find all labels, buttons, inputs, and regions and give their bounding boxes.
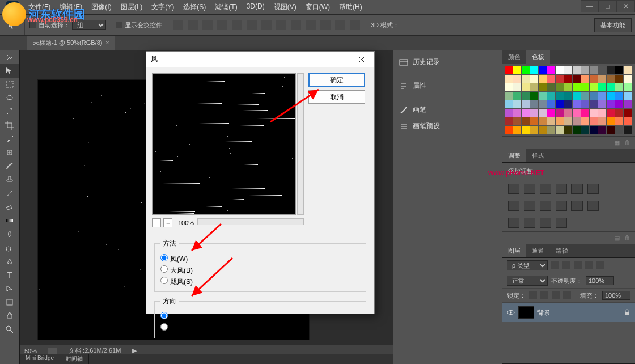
direction-left-radio[interactable]: 从左(L) <box>160 323 360 333</box>
align-icon[interactable] <box>261 20 272 30</box>
pen-tool[interactable] <box>0 255 19 268</box>
swatch[interactable] <box>624 75 632 83</box>
swatch[interactable] <box>556 117 564 125</box>
swatch[interactable] <box>513 66 521 74</box>
swatch[interactable] <box>556 126 564 134</box>
swatch[interactable] <box>607 83 615 91</box>
swatch[interactable] <box>505 75 513 83</box>
layer-row[interactable]: 背景 <box>502 303 635 322</box>
new-swatch-icon[interactable]: ▦ <box>614 139 620 146</box>
swatch[interactable] <box>615 92 623 100</box>
brush-preset-panel-button[interactable]: 画笔预设 <box>397 118 502 134</box>
healing-tool[interactable] <box>0 146 19 159</box>
swatch[interactable] <box>590 75 598 83</box>
swatch[interactable] <box>598 126 606 134</box>
menu-item[interactable]: 3D(D) <box>247 2 265 12</box>
swatch[interactable] <box>615 83 623 91</box>
maximize-button[interactable]: □ <box>599 0 617 12</box>
stamp-tool[interactable] <box>0 173 19 187</box>
swatch[interactable] <box>505 83 513 91</box>
menu-item[interactable]: 帮助(H) <box>339 2 362 12</box>
method-wind-radio[interactable]: 风(W) <box>160 254 360 264</box>
align-icon[interactable] <box>232 20 242 30</box>
minimize-button[interactable]: — <box>581 0 599 12</box>
swatch[interactable] <box>505 109 513 117</box>
swatch[interactable] <box>607 117 615 125</box>
swatch[interactable] <box>513 83 521 91</box>
method-gale-radio[interactable]: 大风(B) <box>160 265 360 276</box>
adj-icon[interactable] <box>572 201 583 211</box>
swatch[interactable] <box>513 117 521 125</box>
adj-icon[interactable] <box>508 184 519 194</box>
color-tab[interactable]: 颜色 <box>502 50 526 64</box>
align-icon[interactable] <box>173 20 183 30</box>
swatch[interactable] <box>547 117 555 125</box>
swatch[interactable] <box>573 66 581 74</box>
shape-tool[interactable] <box>0 295 19 309</box>
swatch[interactable] <box>624 126 632 134</box>
lock-icon[interactable] <box>563 291 571 299</box>
swatch[interactable] <box>590 100 598 108</box>
swatch[interactable] <box>530 117 538 125</box>
swatch[interactable] <box>590 92 598 100</box>
swatch[interactable] <box>539 109 547 117</box>
filter-icon[interactable] <box>585 261 593 269</box>
swatch[interactable] <box>513 75 521 83</box>
swatch[interactable] <box>615 66 623 74</box>
swatch[interactable] <box>590 126 598 134</box>
adj-icon[interactable] <box>540 184 551 194</box>
align-icon[interactable] <box>320 20 331 30</box>
swatch[interactable] <box>547 66 555 74</box>
swatch[interactable] <box>581 83 589 91</box>
toolbox-expand-icon[interactable] <box>0 50 19 64</box>
swatch[interactable] <box>539 126 547 134</box>
align-icon[interactable] <box>291 20 301 30</box>
swatch[interactable] <box>624 100 632 108</box>
swatch[interactable] <box>564 83 572 91</box>
adj-icon[interactable] <box>508 218 519 228</box>
swatch[interactable] <box>530 100 538 108</box>
adj-icon[interactable] <box>572 184 583 194</box>
adj-icon[interactable] <box>524 218 535 228</box>
swatch[interactable] <box>615 117 623 125</box>
zoom-value[interactable]: 50% <box>24 348 37 354</box>
swatch[interactable] <box>590 83 598 91</box>
hand-tool[interactable] <box>0 309 19 323</box>
paths-tab[interactable]: 路径 <box>550 244 574 257</box>
type-tool[interactable]: T <box>0 268 19 282</box>
menu-item[interactable]: 图层(L) <box>121 2 143 12</box>
swatch[interactable] <box>530 75 538 83</box>
filter-icon[interactable] <box>562 261 570 269</box>
swatch[interactable] <box>505 92 513 100</box>
align-icon[interactable] <box>306 20 316 30</box>
swatch[interactable] <box>607 92 615 100</box>
swatch[interactable] <box>598 83 606 91</box>
zoom-out-button[interactable]: − <box>152 218 161 227</box>
swatch[interactable] <box>539 92 547 100</box>
channels-tab[interactable]: 通道 <box>526 244 550 257</box>
swatch[interactable] <box>573 75 581 83</box>
adj-icon[interactable] <box>556 201 567 211</box>
swatch[interactable] <box>522 100 530 108</box>
swatch[interactable] <box>530 66 538 74</box>
preview-hscroll[interactable] <box>197 218 304 225</box>
method-hurricane-radio[interactable]: 飓风(S) <box>160 277 360 287</box>
delete-icon[interactable]: 🗑 <box>624 234 630 242</box>
adj-icon[interactable] <box>587 201 599 211</box>
swatch[interactable] <box>547 92 555 100</box>
swatch[interactable] <box>564 100 572 108</box>
align-icon[interactable] <box>202 20 213 30</box>
brush-panel-button[interactable]: 画笔 <box>397 101 502 118</box>
align-icon[interactable] <box>217 20 227 30</box>
path-selection-tool[interactable] <box>0 282 19 295</box>
swatch[interactable] <box>522 66 530 74</box>
swatch[interactable] <box>581 66 589 74</box>
zoom-in-button[interactable]: ＋ <box>163 218 172 227</box>
swatch[interactable] <box>607 126 615 134</box>
menu-item[interactable]: 文字(Y) <box>151 2 174 12</box>
document-tab[interactable]: 未标题-1 @ 50%(RGB/8) × <box>27 36 115 50</box>
swatch[interactable] <box>530 109 538 117</box>
swatch[interactable] <box>505 126 513 134</box>
swatch[interactable] <box>556 109 564 117</box>
swatch[interactable] <box>547 75 555 83</box>
